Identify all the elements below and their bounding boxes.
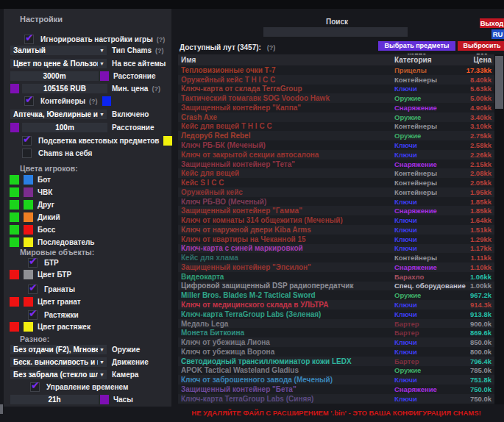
dropdown-value: Без отдачи (F2), Мгновенное п (13, 346, 98, 354)
table-row[interactable]: Кейс для вещей T H I C CКонтейнеры3.10kk (178, 122, 494, 132)
settings-row-chams-на-себя: Chams на себя (4, 148, 171, 159)
table-row[interactable]: Ключ от квартиры на Чеканной 15Ключи1.29… (178, 235, 494, 244)
checkbox-checked[interactable]: ✔ (28, 258, 38, 268)
table-row[interactable]: Оружейный кейсКонтейнеры1.95kk (178, 187, 494, 197)
table-row[interactable]: Ключ от наружной двери Kiba ArmsКлючи1.5… (178, 225, 494, 235)
color-swatch[interactable] (10, 84, 19, 93)
table-row[interactable]: Защищенный контейнер "Гамма"Снаряжение1.… (178, 206, 494, 215)
value-input[interactable]: 100m (22, 123, 107, 132)
color-swatch-secondary[interactable] (24, 175, 33, 185)
table-row[interactable]: Ключ от комнаты 314 общежития (Меченый)К… (178, 215, 494, 225)
table-row[interactable]: Светодиодный трансиллюминатор кожи LEDXБ… (178, 357, 494, 366)
color-swatch-secondary[interactable] (24, 270, 33, 279)
dropdown[interactable]: Залитый▼ (10, 46, 107, 55)
table-row[interactable]: Ключ РБ-БК (Меченый)Ключи2.58kk (178, 140, 494, 150)
table-row[interactable]: Кейс для вещейКонтейнеры2.08kk (178, 168, 494, 178)
item-category-cell: Снаряжение (394, 263, 455, 271)
column-header-price[interactable]: Цена (455, 56, 494, 64)
checkbox-checked[interactable]: ✔ (28, 310, 38, 320)
checkbox-checked[interactable]: ✔ (22, 136, 32, 146)
column-header-name[interactable]: Имя (178, 56, 394, 64)
table-row[interactable]: APOK Tactical Wasteland GladiusОружие785… (178, 366, 494, 376)
table-row[interactable]: Ледоруб Red RebelОружие2.75kk (178, 131, 494, 140)
table-row[interactable]: Тактический томагавк SOG Voodoo HawkОруж… (178, 93, 494, 103)
color-swatch-primary[interactable] (10, 322, 19, 332)
table-row[interactable]: Защищенный контейнер "Каппа"Снаряжение4.… (178, 103, 494, 112)
table-row[interactable]: Защищенный контейнер "Тета"Снаряжение2.1… (178, 160, 494, 169)
color-swatch-secondary[interactable] (24, 322, 33, 332)
color-swatch-secondary[interactable] (24, 200, 33, 210)
dropdown[interactable]: Аптечка, Ювелирные и...▼ (10, 110, 107, 119)
settings-row-управление-временем: ✔Управление временем (4, 382, 171, 393)
discard-all-button[interactable]: Выбросить все (458, 41, 504, 51)
column-header-category[interactable]: Категория (394, 56, 455, 64)
checkbox-checked[interactable]: ✔ (28, 285, 38, 294)
value-input[interactable]: 21h (10, 395, 99, 404)
color-swatch[interactable] (163, 136, 172, 146)
color-swatch-primary[interactable] (10, 270, 19, 279)
table-row[interactable]: Ключ РБ-ВО (Меченый)Ключи1.85kk (178, 197, 494, 207)
language-button[interactable]: RU (491, 29, 504, 39)
loot-scrollbar-thumb[interactable] (495, 56, 503, 109)
help-icon[interactable]: (?) (152, 85, 160, 93)
color-swatch[interactable] (100, 71, 109, 81)
table-row[interactable]: Ключ-карта TerraGroup Labs (Зеленая)Ключ… (178, 310, 494, 319)
help-icon[interactable]: (?) (89, 98, 98, 105)
table-row[interactable]: Оружейный кейс T H I C CКонтейнеры8.40kk (178, 75, 494, 85)
table-row[interactable]: Защищенный контейнер "Эпсилон"Снаряжение… (178, 262, 494, 272)
table-row[interactable]: Crash AxeОружие3.40kk (178, 112, 494, 122)
loot-help-icon[interactable]: (?) (267, 44, 276, 51)
table-row[interactable]: Ключ от медицинского склада в УЛЬТРАКлюч… (178, 300, 494, 310)
color-swatch-secondary[interactable] (24, 225, 33, 235)
color-swatch[interactable] (100, 395, 109, 404)
checkbox-checked[interactable]: ✔ (24, 96, 34, 106)
color-swatch[interactable] (102, 96, 111, 106)
select-kappa-items-button[interactable]: Выбрать предметы каппа (378, 41, 455, 51)
table-row[interactable]: Miller Bros. Blades M-2 Tactical SwordОр… (178, 290, 494, 300)
dropdown[interactable]: Беск. выносливость и нет уста▼ (10, 357, 107, 367)
table-row[interactable]: Монета БиткоинаБартер869.6k (178, 328, 494, 337)
color-swatch-primary[interactable] (10, 225, 19, 235)
value-input[interactable]: 105156 RUB (22, 84, 107, 93)
item-name-cell: Защищенный контейнер "Гамма" (178, 207, 394, 215)
dropdown[interactable]: Без забрала (стекло шлема)▼ (10, 370, 107, 379)
table-row[interactable]: Тепловизионные очки Т-7Прицелы17.33kk (178, 65, 494, 75)
color-swatch-primary[interactable] (10, 212, 19, 222)
settings-scrollbar-thumb[interactable] (0, 404, 3, 414)
checkbox-checked[interactable]: ✔ (30, 382, 40, 392)
checkbox-checked[interactable]: ✔ (24, 35, 34, 44)
search-input[interactable] (263, 27, 408, 37)
settings-row-расстояние: 3000mРасстояние (4, 71, 171, 82)
table-row[interactable]: Ключ от заброшенного завода (Меченый)Клю… (178, 375, 494, 385)
color-swatch-primary[interactable] (10, 187, 19, 197)
checkbox-unchecked[interactable] (22, 149, 32, 158)
table-row[interactable]: Кейс S I C CКонтейнеры2.05kk (178, 178, 494, 187)
exit-button[interactable]: Выход (480, 18, 504, 28)
table-row[interactable]: Ключ от закрытой секции автосалонаКлючи2… (178, 150, 494, 160)
table-row[interactable]: Кейс для хламаКонтейнеры1.11kk (178, 253, 494, 262)
table-row[interactable]: Цифровой защищенный DSP радиопередатчикС… (178, 282, 494, 291)
dropdown[interactable]: Без отдачи (F2), Мгновенное п▼ (10, 345, 107, 354)
table-row[interactable]: ВидеокартаБарахло1.06kk (178, 272, 494, 282)
help-icon[interactable]: (?) (157, 36, 166, 43)
table-row[interactable]: Ключ-карта от склада TerraGroupКлючи5.63… (178, 85, 494, 94)
color-swatch-secondary[interactable] (24, 212, 33, 222)
table-row[interactable]: Медаль LegaБартер900.0k (178, 319, 494, 329)
help-icon[interactable]: (?) (155, 47, 164, 54)
color-swatch[interactable] (10, 123, 19, 132)
color-swatch-primary[interactable] (10, 200, 19, 210)
item-category-cell: Ключи (394, 348, 455, 356)
table-row[interactable]: Ключ-карта с синей маркировкойКлючи1.17k… (178, 244, 494, 254)
table-row[interactable]: Ключ от убежища ЛионаКлючи850.0k (178, 337, 494, 347)
dropdown[interactable]: Цвет по цене & Пользователь▼ (10, 59, 107, 68)
color-swatch-primary[interactable] (10, 297, 19, 307)
color-swatch-secondary[interactable] (24, 297, 33, 307)
value-input[interactable]: 3000m (10, 71, 99, 81)
table-row[interactable]: Ключ-карта TerraGroup Labs (Синяя)Ключи7… (178, 394, 494, 404)
color-swatch-primary[interactable] (10, 175, 19, 185)
settings-section-header: Разное: (4, 333, 171, 344)
table-row[interactable]: Защищенный контейнер "Бета"Снаряжение750… (178, 385, 494, 394)
chevron-down-icon: ▼ (99, 347, 104, 352)
color-swatch-secondary[interactable] (24, 187, 33, 197)
table-row[interactable]: Ключ от убежища ВоронаКлючи800.0k (178, 347, 494, 357)
